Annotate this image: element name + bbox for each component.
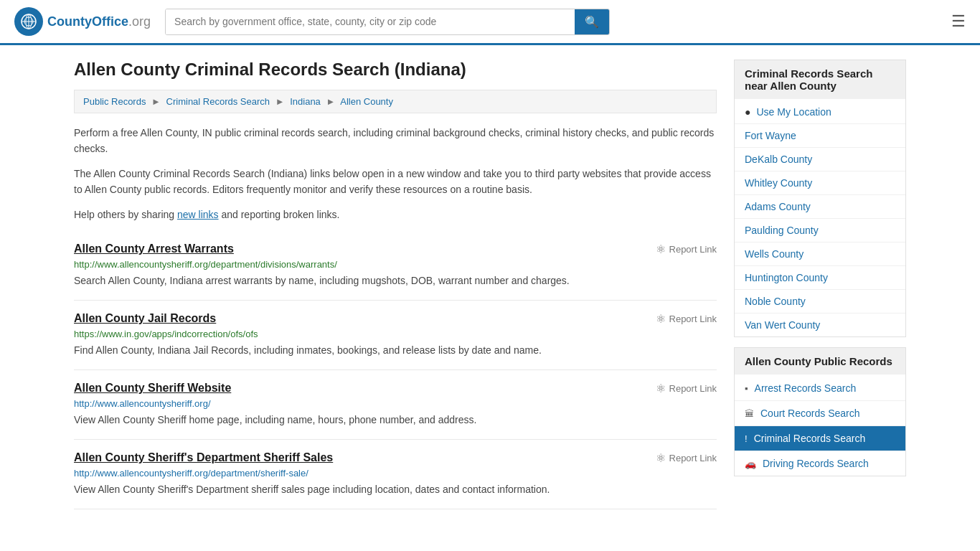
result-desc-0: Search Allen County, Indiana arrest warr… — [74, 273, 717, 288]
description-2: The Allen County Criminal Records Search… — [74, 166, 717, 198]
pub-icon-0: ▪ — [745, 383, 748, 394]
sidebar-public-records-title: Allen County Public Records — [735, 348, 905, 375]
pub-records-item-3[interactable]: 🚗Driving Records Search — [735, 451, 905, 476]
pub-icon-1: 🏛 — [745, 408, 754, 419]
report-link-1[interactable]: ⚛ Report Link — [656, 312, 717, 326]
menu-icon[interactable]: ☰ — [951, 12, 966, 31]
logo-icon — [14, 7, 43, 36]
sidebar-nearby-title: Criminal Records Search near Allen Count… — [735, 60, 905, 99]
report-icon-3: ⚛ — [656, 451, 666, 465]
new-links-link[interactable]: new links — [177, 209, 219, 220]
nearby-link-4[interactable]: Adams County — [745, 201, 811, 212]
pub-link-0[interactable]: Arrest Records Search — [755, 382, 857, 394]
nearby-item-1[interactable]: Fort Wayne — [735, 124, 905, 148]
nearby-item-9[interactable]: Van Wert County — [735, 314, 905, 336]
nearby-link-7[interactable]: Huntington County — [745, 272, 828, 283]
nearby-item-5[interactable]: Paulding County — [735, 219, 905, 242]
result-title-2[interactable]: Allen County Sheriff Website — [74, 382, 231, 395]
result-desc-2: View Allen County Sheriff home page, inc… — [74, 413, 717, 428]
pub-link-3[interactable]: Driving Records Search — [763, 458, 869, 469]
search-bar[interactable]: 🔍 — [165, 9, 610, 35]
report-icon-2: ⚛ — [656, 382, 666, 395]
sidebar-nearby-section: Criminal Records Search near Allen Count… — [734, 60, 906, 337]
pub-icon-2: ! — [745, 433, 748, 444]
results-container: Allen County Arrest Warrants ⚛ Report Li… — [74, 231, 717, 509]
nearby-link-3[interactable]: Whitley County — [745, 177, 812, 189]
nearby-link-9[interactable]: Van Wert County — [745, 319, 820, 331]
search-icon: 🔍 — [585, 16, 599, 28]
nearby-item-6[interactable]: Wells County — [735, 242, 905, 266]
content-area: Allen County Criminal Records Search (In… — [74, 60, 717, 509]
result-header-2: Allen County Sheriff Website ⚛ Report Li… — [74, 382, 717, 395]
result-title-1[interactable]: Allen County Jail Records — [74, 312, 216, 325]
nearby-items-container: ●Use My LocationFort WayneDeKalb CountyW… — [735, 100, 905, 336]
main-container: Allen County Criminal Records Search (In… — [60, 45, 920, 524]
nearby-link-0[interactable]: Use My Location — [756, 106, 831, 118]
result-header-3: Allen County Sheriff's Department Sherif… — [74, 451, 717, 465]
nearby-link-6[interactable]: Wells County — [745, 248, 804, 260]
result-url-0[interactable]: http://www.allencountysheriff.org/depart… — [74, 259, 717, 270]
header: CountyOffice.org 🔍 ☰ — [0, 0, 980, 45]
description-1: Perform a free Allen County, IN public c… — [74, 125, 717, 157]
pub-records-item-0[interactable]: ▪Arrest Records Search — [735, 376, 905, 401]
nearby-link-8[interactable]: Noble County — [745, 296, 806, 307]
breadcrumb-indiana[interactable]: Indiana — [290, 96, 321, 107]
nearby-link-2[interactable]: DeKalb County — [745, 154, 812, 165]
result-item-2: Allen County Sheriff Website ⚛ Report Li… — [74, 370, 717, 440]
public-records-container: ▪Arrest Records Search🏛Court Records Sea… — [735, 376, 905, 476]
nearby-item-3[interactable]: Whitley County — [735, 171, 905, 195]
result-header-0: Allen County Arrest Warrants ⚛ Report Li… — [74, 242, 717, 256]
result-item-1: Allen County Jail Records ⚛ Report Link … — [74, 301, 717, 370]
nearby-item-7[interactable]: Huntington County — [735, 266, 905, 290]
report-link-2[interactable]: ⚛ Report Link — [656, 382, 717, 395]
sidebar: Criminal Records Search near Allen Count… — [734, 60, 906, 509]
nearby-item-8[interactable]: Noble County — [735, 290, 905, 314]
nearby-item-4[interactable]: Adams County — [735, 195, 905, 219]
breadcrumb-public-records[interactable]: Public Records — [83, 96, 146, 107]
page-title: Allen County Criminal Records Search (In… — [74, 60, 717, 80]
pub-records-item-1[interactable]: 🏛Court Records Search — [735, 401, 905, 426]
breadcrumb-allen-county[interactable]: Allen County — [340, 96, 393, 107]
search-button[interactable]: 🔍 — [575, 9, 609, 34]
pub-records-item-2[interactable]: !Criminal Records Search — [735, 426, 905, 451]
pub-link-1[interactable]: Court Records Search — [760, 408, 860, 419]
result-url-2[interactable]: http://www.allencountysheriff.org/ — [74, 398, 717, 409]
report-icon-1: ⚛ — [656, 312, 666, 326]
nearby-item-2[interactable]: DeKalb County — [735, 148, 905, 171]
result-title-3[interactable]: Allen County Sheriff's Department Sherif… — [74, 451, 333, 464]
logo-text: CountyOffice.org — [47, 14, 151, 29]
nearby-link-5[interactable]: Paulding County — [745, 225, 819, 236]
report-link-3[interactable]: ⚛ Report Link — [656, 451, 717, 465]
result-header-1: Allen County Jail Records ⚛ Report Link — [74, 312, 717, 326]
search-input[interactable] — [166, 9, 575, 34]
report-link-0[interactable]: ⚛ Report Link — [656, 242, 717, 256]
pub-link-2[interactable]: Criminal Records Search — [754, 433, 866, 444]
result-item-3: Allen County Sheriff's Department Sherif… — [74, 440, 717, 509]
result-url-1[interactable]: https://www.in.gov/apps/indcorrection/of… — [74, 329, 717, 339]
result-url-3[interactable]: http://www.allencountysheriff.org/depart… — [74, 468, 717, 479]
breadcrumb: Public Records ► Criminal Records Search… — [74, 90, 717, 113]
description-3: Help others by sharing new links and rep… — [74, 207, 717, 222]
nearby-item-0[interactable]: ●Use My Location — [735, 100, 905, 124]
result-desc-3: View Allen County Sheriff's Department s… — [74, 482, 717, 497]
report-icon-0: ⚛ — [656, 242, 666, 256]
result-title-0[interactable]: Allen County Arrest Warrants — [74, 242, 234, 255]
location-dot-icon: ● — [745, 106, 750, 118]
result-item-0: Allen County Arrest Warrants ⚛ Report Li… — [74, 231, 717, 301]
pub-icon-3: 🚗 — [745, 458, 756, 469]
sidebar-public-records-section: Allen County Public Records ▪Arrest Reco… — [734, 347, 906, 476]
logo[interactable]: CountyOffice.org — [14, 7, 151, 36]
result-desc-1: Find Allen County, Indiana Jail Records,… — [74, 343, 717, 358]
breadcrumb-criminal-records-search[interactable]: Criminal Records Search — [166, 96, 270, 107]
nearby-link-1[interactable]: Fort Wayne — [745, 130, 796, 141]
